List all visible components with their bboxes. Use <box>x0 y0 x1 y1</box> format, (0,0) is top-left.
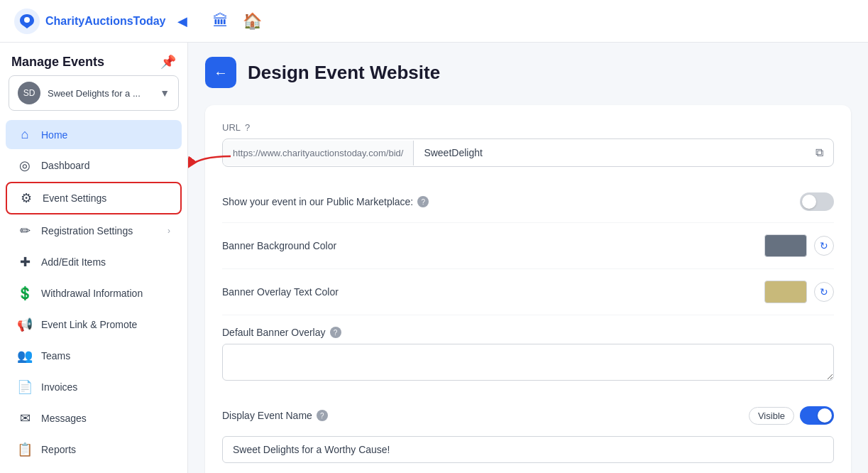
main-layout: Manage Events 📌 SD Sweet Delights for a … <box>0 43 868 473</box>
event-name-input[interactable] <box>222 436 834 463</box>
promote-icon: 📢 <box>17 317 33 332</box>
display-name-toggle[interactable] <box>800 406 834 425</box>
event-name-selector: Sweet Delights for a ... <box>48 88 153 99</box>
logo-area: CharityAuctionsToday ◀ <box>14 9 199 34</box>
sidebar-item-invoices-label: Invoices <box>41 381 77 393</box>
display-name-toggle-knob <box>818 408 832 423</box>
overlay-help-icon[interactable]: ? <box>330 327 341 338</box>
sidebar-item-invoices[interactable]: 📄 Invoices <box>6 372 182 402</box>
banner-text-label: Banner Overlay Text Color <box>222 286 339 298</box>
event-avatar: SD <box>18 82 40 104</box>
teams-icon: 👥 <box>17 348 33 364</box>
banner-bg-label: Banner Background Color <box>222 240 336 251</box>
manage-events-label: Manage Events <box>11 55 104 70</box>
sidebar-item-withdrawal[interactable]: 💲 Withdrawal Information <box>6 278 182 308</box>
page-title: Design Event Website <box>248 62 440 84</box>
marketplace-label: Show your event in our Public Marketplac… <box>222 196 429 207</box>
invoices-icon: 📄 <box>17 379 33 395</box>
top-nav: CharityAuctionsToday ◀ 🏛 🏠 <box>0 0 868 43</box>
display-name-help-icon[interactable]: ? <box>317 410 328 421</box>
url-copy-button[interactable]: ⧉ <box>806 139 833 166</box>
sidebar-item-home-label: Home <box>41 129 67 141</box>
visible-toggle-group: Visible <box>749 406 834 425</box>
sidebar-item-messages[interactable]: ✉ Messages <box>6 403 182 433</box>
banner-bg-row: Banner Background Color ↻ <box>222 223 834 269</box>
sidebar-item-reports-label: Reports <box>41 444 76 455</box>
registration-icon: ✏ <box>17 223 33 239</box>
url-section: URL ? https://www.charityauctionstoday.c… <box>222 122 834 181</box>
sidebar-item-reports[interactable]: 📋 Reports <box>6 435 182 464</box>
sidebar-item-event-settings[interactable]: ⚙ Event Settings <box>6 182 182 214</box>
add-items-icon: ✚ <box>17 254 33 270</box>
sidebar-item-dashboard-label: Dashboard <box>41 160 90 171</box>
banner-bg-control: ↻ <box>764 234 834 257</box>
chevron-right-icon: › <box>167 226 170 236</box>
logo-text: CharityAuctionsToday <box>45 15 166 28</box>
sidebar-item-event-link-label: Event Link & Promote <box>41 319 137 330</box>
settings-icon: ⚙ <box>18 190 34 206</box>
banner-text-row: Banner Overlay Text Color ↻ <box>222 269 834 315</box>
banner-text-refresh-button[interactable]: ↻ <box>814 282 834 302</box>
sidebar: Manage Events 📌 SD Sweet Delights for a … <box>0 43 188 473</box>
sidebar-item-event-settings-label: Event Settings <box>43 192 106 204</box>
sidebar-item-registration-settings[interactable]: ✏ Registration Settings › <box>6 216 182 246</box>
back-button[interactable]: ← <box>205 57 236 88</box>
sidebar-header: Manage Events 📌 <box>0 43 187 75</box>
url-label: URL ? <box>222 122 834 133</box>
url-input-group: https://www.charityauctionstoday.com/bid… <box>222 138 834 167</box>
sidebar-item-withdrawal-label: Withdrawal Information <box>41 288 143 299</box>
banner-text-control: ↻ <box>764 281 834 303</box>
banner-bg-refresh-button[interactable]: ↻ <box>814 236 834 256</box>
sidebar-item-dashboard[interactable]: ◎ Dashboard <box>6 151 182 180</box>
top-nav-icons: 🏛 🏠 <box>199 12 262 31</box>
visible-badge: Visible <box>749 407 794 425</box>
display-event-name-label: Display Event Name ? <box>222 410 328 421</box>
marketplace-toggle-control <box>800 192 834 211</box>
home-icon: ⌂ <box>17 127 33 142</box>
url-prefix: https://www.charityauctionstoday.com/bid… <box>223 141 414 165</box>
svg-point-1 <box>24 17 30 23</box>
default-overlay-textarea[interactable] <box>222 344 834 381</box>
event-selector[interactable]: SD Sweet Delights for a ... ▼ <box>9 75 179 111</box>
sidebar-item-event-link[interactable]: 📢 Event Link & Promote <box>6 310 182 339</box>
reports-icon: 📋 <box>17 442 33 457</box>
display-event-name-row: Display Event Name ? Visible <box>222 395 834 473</box>
url-help-icon[interactable]: ? <box>245 122 250 133</box>
logo-icon <box>14 9 40 34</box>
sidebar-item-messages-label: Messages <box>41 413 87 424</box>
url-suffix-input[interactable] <box>414 140 806 165</box>
sidebar-item-home[interactable]: ⌂ Home <box>6 120 182 149</box>
sidebar-item-text-messages[interactable]: 💬 Text Messages <box>6 466 182 473</box>
default-overlay-section: Default Banner Overlay ? <box>222 315 834 395</box>
messages-icon: ✉ <box>17 411 33 426</box>
event-selector-chevron: ▼ <box>160 87 170 99</box>
banner-text-swatch[interactable] <box>764 281 807 303</box>
banner-bg-swatch[interactable] <box>764 234 807 257</box>
pin-icon[interactable]: 📌 <box>160 54 176 70</box>
marketplace-toggle[interactable] <box>800 192 834 211</box>
default-overlay-label: Default Banner Overlay ? <box>222 327 834 338</box>
sidebar-item-add-edit-items[interactable]: ✚ Add/Edit Items <box>6 247 182 277</box>
marketplace-row: Show your event in our Public Marketplac… <box>222 181 834 223</box>
marketplace-help-icon[interactable]: ? <box>417 196 429 207</box>
withdrawal-icon: 💲 <box>17 286 33 301</box>
sidebar-collapse-button[interactable]: ◀ <box>177 13 187 29</box>
main-content: ← Design Event Website URL ? https://www… <box>188 43 868 473</box>
sidebar-item-add-items-label: Add/Edit Items <box>41 256 106 268</box>
marketplace-toggle-knob <box>802 195 816 209</box>
page-header: ← Design Event Website <box>205 57 851 88</box>
sidebar-item-registration-label: Registration Settings <box>41 225 133 236</box>
home-nav-icon[interactable]: 🏠 <box>243 12 262 31</box>
bank-icon[interactable]: 🏛 <box>213 12 229 31</box>
dashboard-icon: ◎ <box>17 158 33 173</box>
design-event-form: URL ? https://www.charityauctionstoday.c… <box>205 105 851 473</box>
sidebar-item-teams-label: Teams <box>41 350 70 361</box>
sidebar-item-teams[interactable]: 👥 Teams <box>6 341 182 371</box>
